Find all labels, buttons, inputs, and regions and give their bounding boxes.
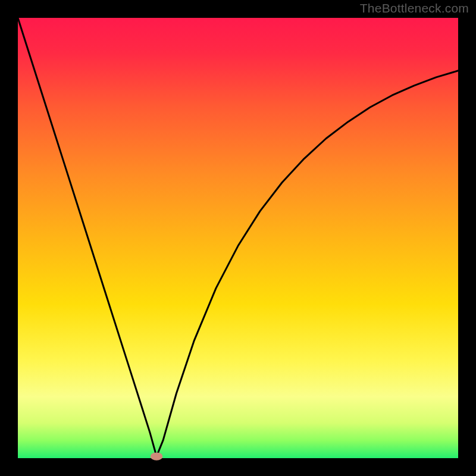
bottleneck-chart: [0, 0, 476, 476]
plot-area: [18, 18, 458, 458]
watermark-text: TheBottleneck.com: [360, 1, 469, 15]
optimum-marker: [151, 452, 163, 460]
